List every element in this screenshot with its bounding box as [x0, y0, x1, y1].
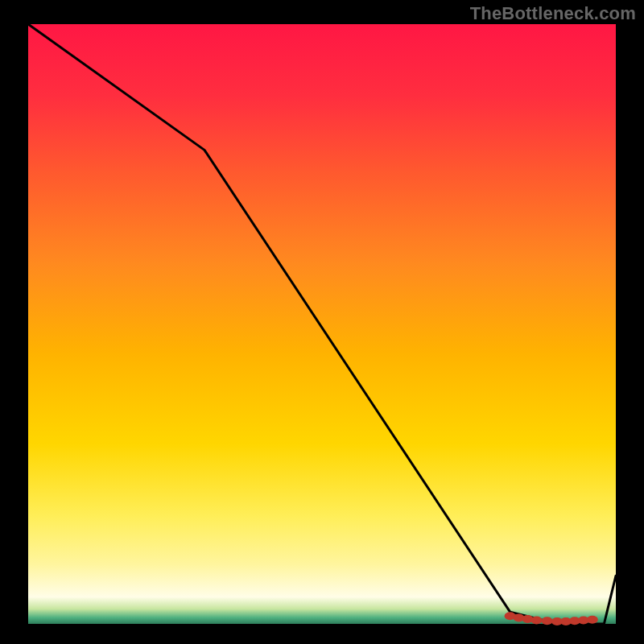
marker-dot [542, 617, 553, 625]
plot-background [28, 24, 616, 624]
chart-canvas [0, 0, 644, 644]
marker-dot [531, 617, 543, 625]
marker-dot [587, 616, 598, 624]
watermark-text: TheBottleneck.com [470, 3, 636, 24]
chart-frame: { "watermark": "TheBottleneck.com", "gra… [0, 0, 644, 644]
